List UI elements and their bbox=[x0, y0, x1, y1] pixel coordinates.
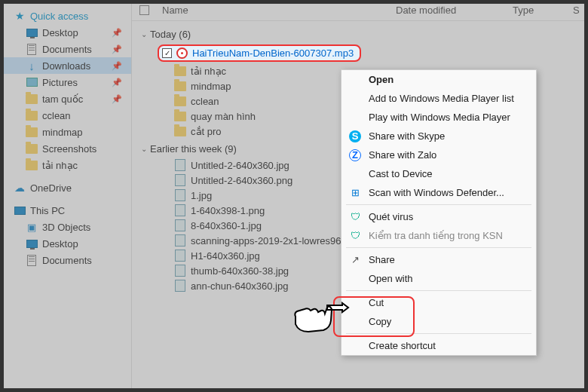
image-file-icon bbox=[174, 159, 186, 171]
sidebar-item-documents[interactable]: Documents 📌 bbox=[0, 41, 131, 57]
column-name[interactable]: Name bbox=[158, 5, 396, 16]
menu-item-scan-virus[interactable]: 🛡Quét virus bbox=[341, 207, 536, 226]
menu-item-cast[interactable]: Cast to Device bbox=[341, 164, 536, 183]
desktop-icon bbox=[26, 237, 38, 250]
folder-icon bbox=[174, 95, 186, 107]
menu-separator bbox=[346, 333, 531, 334]
menu-item-copy[interactable]: Copy bbox=[341, 312, 536, 331]
folder-icon bbox=[174, 65, 186, 77]
folder-icon bbox=[26, 159, 38, 171]
menu-item-scan-defender[interactable]: ⊞Scan with Windows Defender... bbox=[341, 183, 536, 202]
shield-green-icon: 🛡 bbox=[349, 230, 361, 242]
pin-icon: 📌 bbox=[112, 28, 122, 38]
shield-green-icon: 🛡 bbox=[349, 211, 361, 223]
group-today[interactable]: ⌄ Today (6) bbox=[139, 24, 588, 43]
pin-icon: 📌 bbox=[112, 61, 122, 71]
sidebar-item-folder[interactable]: cclean bbox=[0, 107, 131, 124]
file-row-selected[interactable]: ✓ HaiTrieuNam-DenBien-6007307.mp3 bbox=[139, 43, 588, 63]
menu-item-share[interactable]: ↗Share bbox=[341, 250, 536, 269]
sidebar-item-pictures[interactable]: Pictures 📌 bbox=[0, 74, 131, 90]
download-icon: ↓ bbox=[26, 60, 38, 72]
sidebar-quick-access[interactable]: ★ Quick access bbox=[0, 8, 131, 24]
folder-icon bbox=[174, 110, 186, 122]
image-file-icon bbox=[174, 189, 186, 201]
menu-item-share-zalo[interactable]: ZShare with Zalo bbox=[341, 145, 536, 164]
checkbox-checked-icon[interactable]: ✓ bbox=[162, 48, 172, 58]
menu-item-share-skype[interactable]: SShare with Skype bbox=[341, 127, 536, 145]
share-icon: ↗ bbox=[349, 254, 361, 266]
menu-item-open-with[interactable]: Open with bbox=[341, 269, 536, 288]
menu-item-play-wmp[interactable]: Play with Windows Media Player bbox=[341, 108, 536, 127]
star-icon: ★ bbox=[14, 10, 26, 22]
skype-icon: S bbox=[349, 130, 361, 142]
pc-icon bbox=[14, 204, 26, 216]
sidebar-this-pc[interactable]: This PC bbox=[0, 202, 131, 219]
pin-icon: 📌 bbox=[112, 94, 122, 104]
folder-icon bbox=[26, 142, 38, 155]
pin-icon: 📌 bbox=[112, 44, 122, 54]
shield-icon: ⊞ bbox=[349, 187, 361, 199]
chevron-down-icon: ⌄ bbox=[141, 145, 147, 153]
menu-item-cut[interactable]: Cut bbox=[341, 293, 536, 312]
sidebar-onedrive[interactable]: ☁ OneDrive bbox=[0, 179, 131, 196]
image-file-icon bbox=[174, 204, 186, 216]
sidebar-item-3dobjects[interactable]: ▣ 3D Objects bbox=[0, 219, 131, 235]
select-all-checkbox[interactable] bbox=[139, 5, 149, 15]
folder-icon bbox=[174, 80, 186, 92]
context-menu: Open Add to Windows Media Player list Pl… bbox=[341, 69, 537, 356]
chevron-down-icon: ⌄ bbox=[141, 30, 147, 38]
zalo-icon: Z bbox=[349, 149, 361, 161]
pictures-icon bbox=[26, 76, 38, 88]
sidebar-item-folder[interactable]: tam quốc 📌 bbox=[0, 90, 131, 107]
menu-separator bbox=[346, 290, 531, 291]
column-size[interactable]: S bbox=[573, 5, 588, 16]
menu-item-open[interactable]: Open bbox=[341, 70, 536, 89]
image-file-icon bbox=[174, 250, 186, 262]
desktop-icon bbox=[26, 26, 38, 38]
image-file-icon bbox=[174, 219, 186, 231]
image-file-icon bbox=[174, 234, 186, 247]
folder-icon bbox=[174, 125, 186, 137]
column-type[interactable]: Type bbox=[513, 5, 573, 16]
sidebar-item-folder[interactable]: tải nhạc bbox=[0, 157, 131, 173]
menu-item-ksn[interactable]: 🛡Kiểm tra danh tiếng trong KSN bbox=[341, 226, 536, 245]
folder-icon bbox=[26, 126, 38, 138]
image-file-icon bbox=[174, 265, 186, 277]
menu-separator bbox=[346, 204, 531, 205]
document-icon bbox=[26, 254, 38, 266]
image-file-icon bbox=[174, 280, 186, 292]
navigation-sidebar: ★ Quick access Desktop 📌 Documents 📌 ↓ D… bbox=[0, 0, 132, 392]
folder-icon bbox=[26, 109, 38, 121]
cube-icon: ▣ bbox=[26, 221, 38, 233]
menu-item-add-wmp[interactable]: Add to Windows Media Player list bbox=[341, 89, 536, 108]
quick-access-label: Quick access bbox=[30, 11, 88, 22]
document-icon bbox=[26, 43, 38, 55]
sidebar-item-desktop[interactable]: Desktop bbox=[0, 235, 131, 252]
image-file-icon bbox=[174, 174, 186, 186]
menu-item-create-shortcut[interactable]: Create shortcut bbox=[341, 336, 536, 355]
sidebar-item-downloads[interactable]: ↓ Downloads 📌 bbox=[0, 57, 131, 74]
sidebar-item-folder[interactable]: mindmap bbox=[0, 124, 131, 140]
sidebar-item-documents[interactable]: Documents bbox=[0, 252, 131, 268]
column-date[interactable]: Date modified bbox=[396, 5, 513, 16]
sidebar-item-folder[interactable]: Screenshots bbox=[0, 140, 131, 157]
cloud-icon: ☁ bbox=[14, 182, 26, 194]
column-headers: Name Date modified Type S bbox=[132, 0, 588, 21]
menu-separator bbox=[346, 247, 531, 248]
pin-icon: 📌 bbox=[112, 78, 122, 87]
folder-icon bbox=[26, 93, 38, 105]
sidebar-item-desktop[interactable]: Desktop 📌 bbox=[0, 24, 131, 41]
audio-file-icon bbox=[176, 47, 188, 59]
